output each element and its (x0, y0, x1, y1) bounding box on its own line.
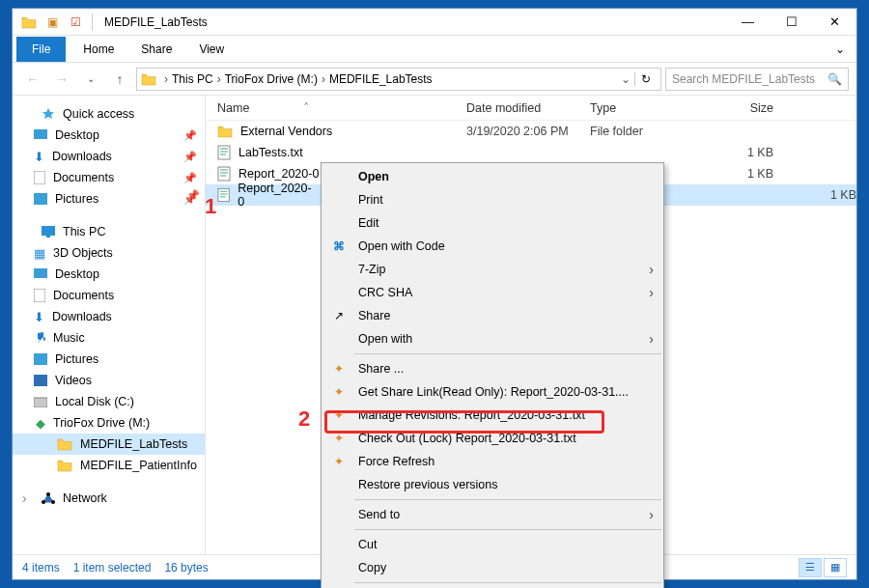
address-bar-row: ← → ⌄ ↑ › This PC › TrioFox Drive (M:) ›… (13, 63, 856, 96)
status-selected: 1 item selected (73, 561, 152, 574)
text-file-icon (217, 187, 230, 203)
svg-rect-7 (42, 226, 55, 236)
minimize-button[interactable]: — (726, 9, 770, 35)
close-button[interactable]: ✕ (813, 9, 856, 35)
folder-icon (141, 72, 156, 86)
column-type[interactable]: Type (590, 101, 696, 115)
ctx-copy[interactable]: Copy (322, 556, 663, 579)
column-name[interactable]: Name˄ (217, 100, 466, 115)
sidebar-item-local-disk[interactable]: Local Disk (C:) (13, 391, 205, 412)
svg-rect-6 (34, 193, 47, 205)
sidebar-item-desktop[interactable]: Desktop (13, 264, 205, 285)
ctx-crc-sha[interactable]: CRC SHA› (322, 281, 663, 304)
nav-forward-button[interactable]: → (49, 67, 74, 92)
ctx-open[interactable]: Open (322, 165, 663, 188)
chevron-right-icon[interactable]: › (22, 490, 34, 506)
ctx-open-with-code[interactable]: ⌘Open with Code (322, 235, 663, 258)
tab-file[interactable]: File (16, 37, 66, 62)
ctx-open-with[interactable]: Open with› (322, 327, 663, 350)
sidebar-item-3d-objects[interactable]: ▦3D Objects (13, 242, 205, 264)
refresh-icon[interactable]: ↻ (634, 72, 657, 86)
ctx-manage-revisions[interactable]: ✦Manage Revisions: Report_2020-03-31.txt (322, 404, 663, 427)
sidebar-item-medfile-labtests[interactable]: MEDFILE_LabTests (13, 434, 205, 455)
ctx-cut[interactable]: Cut (322, 533, 663, 556)
sidebar-item-downloads[interactable]: ⬇Downloads (13, 306, 205, 327)
sidebar-item-downloads[interactable]: ⬇Downloads📌 (13, 146, 205, 167)
column-size[interactable]: Size (696, 101, 773, 115)
breadcrumb[interactable]: TrioFox Drive (M:) (225, 72, 318, 86)
pin-icon: 📌 (186, 189, 200, 202)
triofox-icon: ✦ (331, 384, 347, 400)
ctx-7zip[interactable]: 7-Zip› (322, 258, 663, 281)
nav-back-button[interactable]: ← (20, 67, 45, 92)
breadcrumb[interactable]: MEDFILE_LabTests (329, 72, 433, 86)
column-date[interactable]: Date modified (466, 101, 590, 115)
triofox-icon: ✦ (331, 407, 347, 423)
pin-icon: 📌 (183, 172, 197, 184)
pictures-icon (34, 193, 47, 205)
view-icons-button[interactable]: ▦ (824, 558, 847, 577)
svg-rect-8 (46, 236, 50, 238)
sidebar-item-pictures[interactable]: Pictures📌 (13, 188, 205, 210)
view-details-button[interactable]: ☰ (799, 558, 822, 577)
chevron-right-icon: › (649, 507, 654, 522)
triofox-icon: ✦ (331, 431, 347, 446)
ctx-share-ellipsis[interactable]: ✦Share ... (322, 357, 663, 380)
ctx-print[interactable]: Print (322, 188, 663, 211)
text-file-icon (217, 166, 231, 182)
ctx-send-to[interactable]: Send to› (322, 503, 663, 526)
file-row[interactable]: LabTests.txt 1 KB (206, 142, 856, 163)
folder-icon (57, 437, 72, 451)
chevron-down-icon[interactable]: ⌄ (617, 72, 634, 86)
search-input[interactable]: Search MEDFILE_LabTests 🔍 (665, 68, 849, 91)
star-icon (42, 107, 55, 121)
status-item-count: 4 items (22, 561, 60, 574)
nav-up-button[interactable]: ↑ (107, 67, 132, 92)
svg-rect-4 (34, 129, 47, 139)
address-bar[interactable]: › This PC › TrioFox Drive (M:) › MEDFILE… (136, 68, 661, 91)
ctx-edit[interactable]: Edit (322, 211, 663, 235)
sidebar-item-triofox-drive[interactable]: ◆TrioFox Drive (M:) (13, 412, 205, 434)
svg-point-16 (46, 492, 50, 496)
sidebar-item-medfile-patientinfo[interactable]: MEDFILE_PatientInfo (13, 455, 205, 476)
tab-share[interactable]: Share (127, 37, 185, 62)
column-headers: Name˄ Date modified Type Size (206, 96, 856, 121)
breadcrumb[interactable]: This PC (172, 72, 213, 86)
qat-properties-icon[interactable]: ▣ (42, 12, 63, 33)
navigation-pane: Quick access Desktop📌 ⬇Downloads📌 Docume… (13, 96, 206, 554)
sidebar-item-pictures[interactable]: Pictures (13, 349, 205, 370)
svg-rect-13 (34, 398, 47, 407)
svg-rect-9 (34, 268, 47, 278)
this-pc[interactable]: This PC (13, 221, 205, 242)
tab-view[interactable]: View (185, 37, 238, 62)
ctx-share[interactable]: ↗Share (322, 304, 663, 327)
file-row[interactable]: External Vendors 3/19/2020 2:06 PM File … (206, 121, 856, 142)
ctx-get-share-link[interactable]: ✦Get Share Link(Read Only): Report_2020-… (322, 380, 663, 404)
sidebar-item-music[interactable]: Music (13, 327, 205, 349)
qat-checkmark-icon[interactable]: ☑ (65, 12, 86, 33)
pc-icon (42, 226, 55, 238)
svg-point-15 (51, 500, 55, 504)
sidebar-item-documents[interactable]: Documents📌 (13, 167, 205, 188)
sidebar-item-documents[interactable]: Documents (13, 285, 205, 306)
triofox-icon: ✦ (331, 361, 347, 377)
sidebar-item-network[interactable]: › Network (13, 488, 205, 509)
quick-access[interactable]: Quick access (13, 103, 205, 125)
cube-icon: ▦ (34, 246, 45, 261)
folder-icon (217, 125, 233, 138)
tab-home[interactable]: Home (70, 37, 127, 62)
search-icon: 🔍 (827, 72, 842, 86)
ctx-check-out-lock[interactable]: ✦Check Out (Lock) Report_2020-03-31.txt (322, 427, 663, 450)
desktop-icon (34, 129, 47, 141)
vscode-icon: ⌘ (331, 238, 347, 254)
svg-rect-5 (34, 171, 45, 184)
svg-rect-12 (34, 375, 47, 386)
ctx-force-refresh[interactable]: ✦Force Refresh (322, 450, 663, 473)
ctx-restore-previous[interactable]: Restore previous versions (322, 473, 663, 496)
sidebar-item-videos[interactable]: Videos (13, 370, 205, 391)
share-icon: ↗ (331, 308, 347, 323)
sidebar-item-desktop[interactable]: Desktop📌 (13, 125, 205, 146)
maximize-button[interactable]: ☐ (770, 9, 813, 35)
ribbon-collapse-icon[interactable]: ⌄ (824, 37, 856, 62)
nav-recent-dropdown[interactable]: ⌄ (78, 67, 103, 92)
